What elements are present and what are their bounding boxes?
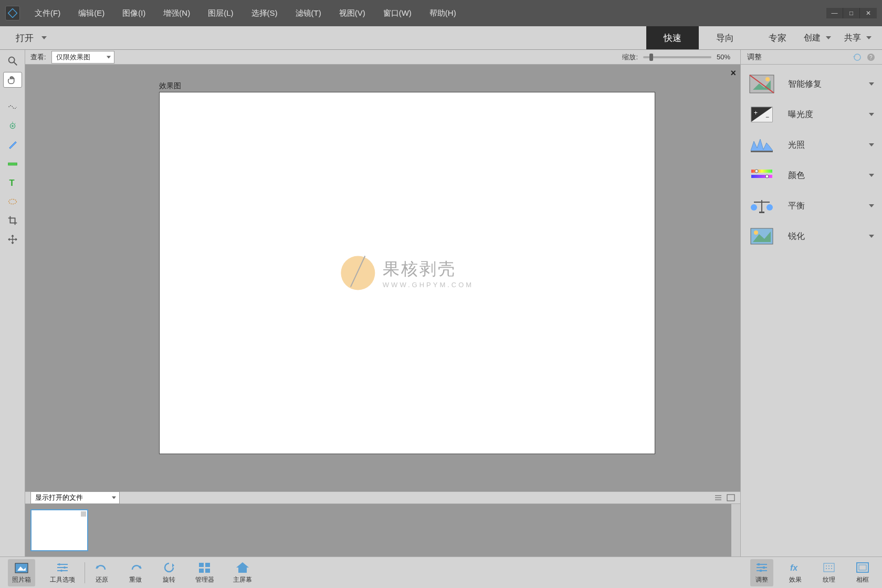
share-label: 共享: [844, 33, 861, 44]
svg-text:fx: fx: [790, 563, 798, 572]
effects-icon: fx: [788, 561, 803, 574]
chevron-down-icon: [869, 235, 874, 238]
maximize-button[interactable]: □: [843, 8, 860, 18]
menu-image[interactable]: 图像(I): [118, 6, 150, 21]
main-area: T 查看: 仅限效果图 缩放: 50% × 效果图: [0, 50, 882, 556]
svg-point-62: [828, 565, 830, 566]
create-button[interactable]: 创建: [804, 33, 831, 44]
photobin-scrollbar[interactable]: [731, 504, 740, 556]
zoom-value: 50%: [717, 53, 735, 61]
right-panel-title: 调整: [747, 52, 762, 62]
crop-tool[interactable]: [3, 213, 22, 228]
close-button[interactable]: ✕: [860, 8, 877, 18]
zoom-slider[interactable]: [643, 56, 711, 58]
right-actions: 创建 共享: [804, 26, 882, 49]
quick-select-tool[interactable]: [3, 99, 22, 115]
minimize-button[interactable]: —: [826, 8, 843, 18]
text-tool[interactable]: T: [3, 175, 22, 191]
rotate-icon: [162, 561, 176, 574]
open-button[interactable]: 打开: [0, 26, 60, 49]
photobin-header: 显示打开的文件: [25, 491, 740, 504]
svg-rect-24: [751, 151, 773, 152]
adjust-color[interactable]: 颜色: [741, 160, 882, 191]
svg-point-27: [755, 170, 758, 173]
menu-enhance[interactable]: 增强(N): [159, 6, 194, 21]
create-label: 创建: [804, 33, 821, 44]
organizer-icon: [197, 561, 212, 574]
thumbnail[interactable]: [30, 509, 88, 551]
redeye-tool[interactable]: [3, 118, 22, 134]
svg-point-42: [58, 563, 60, 565]
adjust-exposure[interactable]: +− 曝光度: [741, 99, 882, 130]
photobin-list-icon[interactable]: [714, 494, 722, 501]
textures-button[interactable]: 纹理: [817, 559, 841, 586]
home-icon: [235, 561, 250, 574]
menu-layer[interactable]: 图层(L): [204, 6, 237, 21]
menu-file[interactable]: 文件(F): [30, 6, 65, 21]
zoom-slider-thumb[interactable]: [649, 54, 653, 61]
help-icon[interactable]: ?: [866, 52, 876, 62]
zoom-tool[interactable]: [3, 53, 22, 69]
adjust-sharpen[interactable]: 锐化: [741, 221, 882, 251]
view-dropdown[interactable]: 仅限效果图: [51, 51, 114, 64]
menu-edit[interactable]: 编辑(E): [74, 6, 109, 21]
whiten-tool[interactable]: [3, 137, 22, 153]
view-label: 查看:: [30, 52, 46, 62]
home-button[interactable]: 主屏幕: [229, 559, 256, 586]
adjust-label: 光照: [788, 140, 856, 151]
svg-line-2: [14, 62, 17, 66]
undo-button[interactable]: 还原: [90, 559, 113, 586]
rotate-button[interactable]: 旋转: [158, 559, 181, 586]
svg-rect-68: [859, 565, 866, 570]
spot-heal-tool[interactable]: [3, 194, 22, 209]
tab-quick[interactable]: 快速: [646, 26, 699, 49]
redo-button[interactable]: 重做: [124, 559, 147, 586]
menu-select[interactable]: 选择(S): [247, 6, 282, 21]
adjust-balance[interactable]: 平衡: [741, 191, 882, 221]
window-controls: — □ ✕: [826, 8, 877, 18]
menu-filter[interactable]: 滤镜(T): [291, 6, 326, 21]
photobin-menu-icon[interactable]: [727, 494, 735, 501]
menu-help[interactable]: 帮助(H): [425, 6, 460, 21]
tab-guided[interactable]: 导向: [699, 26, 751, 49]
undo-label: 还原: [96, 575, 108, 584]
menu-window[interactable]: 窗口(W): [379, 6, 416, 21]
rotate-label: 旋转: [163, 575, 175, 584]
canvas-close-icon[interactable]: ×: [730, 68, 736, 79]
frames-icon: [855, 561, 870, 574]
organizer-button[interactable]: 管理器: [191, 559, 218, 586]
straighten-tool[interactable]: [3, 156, 22, 172]
svg-rect-33: [759, 212, 764, 213]
adjust-smart-fix[interactable]: 智能修复: [741, 69, 882, 99]
frames-button[interactable]: 相框: [851, 559, 874, 586]
share-button[interactable]: 共享: [844, 33, 872, 44]
svg-text:?: ?: [869, 55, 873, 60]
bottom-bar: 照片箱 工具选项 还原 重做 旋转: [0, 556, 882, 588]
tooloptions-button[interactable]: 工具选项: [46, 559, 79, 586]
redo-label: 重做: [129, 575, 142, 584]
chevron-down-icon: [869, 174, 874, 177]
adjust-panel-button[interactable]: 调整: [750, 559, 773, 586]
adjust-lighting[interactable]: 光照: [741, 130, 882, 160]
photobin-button[interactable]: 照片箱: [8, 559, 35, 586]
canvas-area: × 效果图 果核剥壳 WWW.GHPYM.COM: [25, 65, 740, 491]
svg-text:+: +: [754, 109, 758, 117]
hand-tool[interactable]: [3, 72, 22, 88]
svg-point-63: [831, 565, 832, 566]
chevron-down-icon: [869, 204, 874, 207]
tab-expert[interactable]: 专家: [751, 26, 804, 49]
chevron-down-icon: [869, 113, 874, 116]
watermark-url: WWW.GHPYM.COM: [383, 281, 474, 289]
move-tool[interactable]: [3, 232, 22, 247]
effects-button[interactable]: fx 效果: [784, 559, 807, 586]
textures-icon: [822, 561, 836, 574]
canvas[interactable]: 果核剥壳 WWW.GHPYM.COM: [159, 92, 655, 454]
reset-icon[interactable]: [853, 52, 862, 62]
app-icon: [5, 6, 20, 20]
photobin-dropdown[interactable]: 显示打开的文件: [30, 491, 120, 504]
adjust-panel-label: 调整: [755, 575, 768, 584]
options-bar: 查看: 仅限效果图 缩放: 50%: [25, 50, 740, 65]
menu-view[interactable]: 视图(V): [335, 6, 370, 21]
menubar: 文件(F) 编辑(E) 图像(I) 增强(N) 图层(L) 选择(S) 滤镜(T…: [30, 6, 826, 21]
svg-rect-49: [205, 563, 210, 567]
